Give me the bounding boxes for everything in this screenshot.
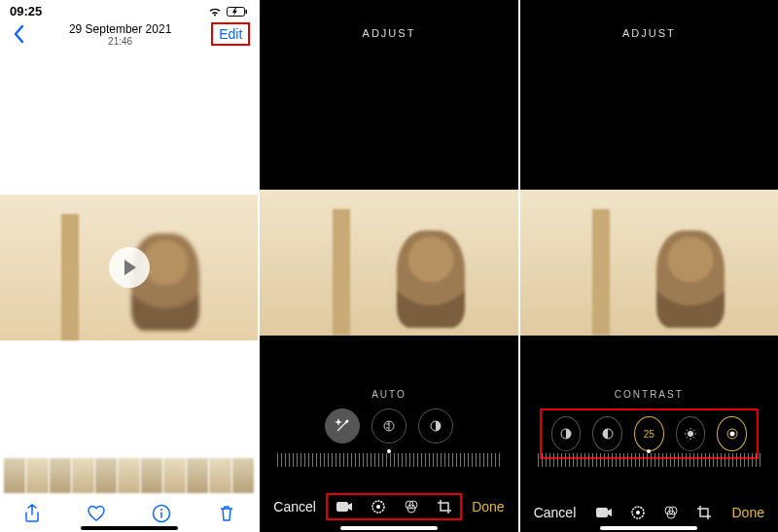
svg-rect-1	[246, 10, 248, 14]
svg-point-8	[376, 505, 380, 509]
photos-preview-screen: 09:25 29 September 2021 21:46 Edit	[0, 0, 258, 532]
crop-tab-icon[interactable]	[696, 505, 712, 520]
contrast-icon[interactable]	[592, 416, 622, 451]
crop-tab-icon[interactable]	[437, 499, 452, 514]
brilliance-icon[interactable]	[551, 416, 582, 451]
trash-icon[interactable]	[218, 504, 235, 523]
status-bar: 09:25	[0, 0, 258, 18]
thumbnail[interactable]	[232, 458, 254, 493]
black-point-icon[interactable]	[717, 416, 747, 451]
svg-rect-17	[596, 508, 608, 517]
info-icon[interactable]	[152, 504, 171, 523]
edit-tool-tabs	[326, 493, 462, 520]
filmstrip[interactable]	[0, 458, 258, 493]
magic-wand-icon[interactable]	[325, 408, 360, 443]
play-button[interactable]	[109, 247, 150, 288]
edit-bottom-bar: Cancel Done	[260, 493, 517, 520]
video-preview[interactable]	[0, 195, 258, 340]
adjust-tab-icon[interactable]	[630, 505, 646, 520]
nav-bar: 29 September 2021 21:46 Edit	[0, 18, 258, 55]
exposure-icon[interactable]	[371, 408, 407, 443]
thumbnail[interactable]	[118, 458, 139, 493]
adjustment-slider[interactable]	[277, 453, 500, 467]
svg-point-19	[636, 511, 640, 514]
thumbnail[interactable]	[187, 458, 208, 493]
adjust-header: ADJUST	[260, 27, 517, 39]
filters-tab-icon[interactable]	[404, 499, 419, 514]
thumbnail[interactable]	[50, 458, 71, 493]
video-tab-icon[interactable]	[336, 500, 353, 514]
adjust-header: ADJUST	[520, 27, 778, 39]
video-preview[interactable]	[520, 190, 778, 336]
adjust-mode-label: AUTO	[260, 389, 517, 400]
wifi-icon	[207, 6, 223, 18]
adjustment-slider[interactable]	[538, 453, 760, 467]
home-indicator	[600, 526, 697, 530]
contrast-icon[interactable]	[418, 408, 453, 443]
battery-icon	[227, 6, 248, 18]
svg-rect-6	[336, 502, 348, 512]
video-preview[interactable]	[260, 190, 517, 336]
thumbnail[interactable]	[163, 458, 185, 493]
thumbnail[interactable]	[4, 458, 25, 493]
home-indicator	[81, 526, 178, 530]
thumbnail[interactable]	[95, 458, 117, 493]
contrast-value[interactable]: 25	[634, 416, 664, 451]
svg-point-16	[729, 432, 734, 437]
thumbnail[interactable]	[72, 458, 93, 493]
photo-title: 29 September 2021 21:46	[69, 22, 171, 48]
share-icon[interactable]	[23, 504, 41, 523]
svg-point-14	[688, 431, 693, 437]
edit-screen-auto: ADJUST AUTO Cancel	[260, 0, 517, 532]
thumbnail[interactable]	[141, 458, 162, 493]
thumbnail[interactable]	[26, 458, 48, 493]
edit-screen-contrast: ADJUST CONTRAST 25 Cancel Done	[520, 0, 778, 532]
adjust-mode-label: CONTRAST	[520, 389, 778, 400]
done-button[interactable]: Done	[732, 505, 764, 520]
photo-date: 29 September 2021	[69, 22, 171, 36]
back-button[interactable]	[8, 22, 29, 46]
edit-bottom-bar: Cancel Done	[520, 505, 778, 520]
done-button[interactable]: Done	[472, 499, 504, 514]
home-indicator	[340, 526, 438, 530]
photo-time: 21:46	[69, 36, 171, 48]
status-time: 09:25	[10, 4, 42, 18]
video-tab-icon[interactable]	[595, 506, 613, 519]
play-icon	[124, 260, 136, 275]
thumbnail[interactable]	[209, 458, 230, 493]
cancel-button[interactable]: Cancel	[273, 499, 316, 514]
filters-tab-icon[interactable]	[663, 505, 679, 520]
edit-button[interactable]: Edit	[211, 22, 250, 46]
svg-point-3	[160, 509, 162, 511]
cancel-button[interactable]: Cancel	[534, 505, 577, 520]
brightness-icon[interactable]	[676, 416, 706, 451]
edit-tool-tabs	[595, 505, 712, 520]
adjustment-dials	[260, 408, 517, 443]
heart-icon[interactable]	[87, 505, 106, 522]
adjust-tab-icon[interactable]	[371, 499, 386, 514]
